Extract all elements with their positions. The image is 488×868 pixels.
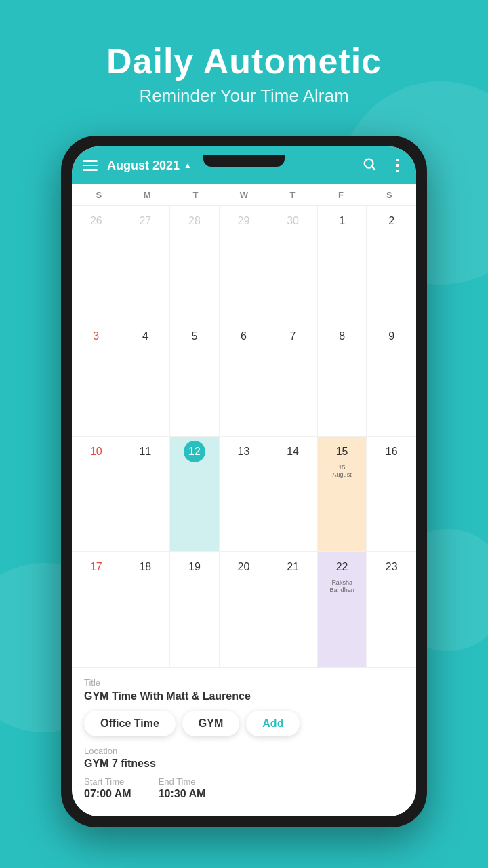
table-row[interactable]: 23 xyxy=(367,552,416,667)
table-row[interactable]: 26 xyxy=(72,206,121,321)
app-title: Daily Autometic xyxy=(0,41,488,81)
header-right: ⋮ xyxy=(362,156,405,175)
day-tue: T xyxy=(171,190,220,200)
table-row[interactable]: 8 xyxy=(318,321,367,437)
table-row[interactable]: 2 xyxy=(367,206,416,321)
menu-button[interactable] xyxy=(83,160,98,171)
add-chip[interactable]: Add xyxy=(246,711,300,736)
table-row[interactable]: 15 15August xyxy=(318,437,367,552)
day-sun: S xyxy=(75,190,123,200)
location-label: Location xyxy=(84,746,404,756)
table-row[interactable]: 11 xyxy=(121,437,171,552)
end-time-value: 10:30 AM xyxy=(159,788,206,800)
day-headers: S M T W T F S xyxy=(72,184,416,206)
start-time-value: 07:00 AM xyxy=(84,788,131,800)
table-row[interactable]: 1 xyxy=(318,206,367,321)
day-wed: W xyxy=(220,190,268,200)
month-text: August 2021 xyxy=(107,159,180,173)
table-row[interactable]: 10 xyxy=(72,437,121,552)
location-value: GYM 7 fitness xyxy=(84,757,404,770)
table-row[interactable]: 18 xyxy=(121,552,171,667)
day-sat: S xyxy=(365,190,413,200)
search-button[interactable] xyxy=(362,157,377,175)
day-thu: T xyxy=(268,190,317,200)
day-fri: F xyxy=(317,190,365,200)
end-time-row: End Time 10:30 AM xyxy=(159,776,206,800)
phone-screen: August 2021 ▲ ⋮ S M T W T F S xyxy=(72,146,416,816)
phone-notch xyxy=(203,155,285,167)
time-row: Start Time 07:00 AM End Time 10:30 AM xyxy=(84,776,404,807)
table-row[interactable]: 19 xyxy=(170,552,220,667)
svg-line-1 xyxy=(372,167,375,170)
header-left: August 2021 ▲ xyxy=(83,159,192,173)
month-label[interactable]: August 2021 ▲ xyxy=(107,159,192,173)
table-row[interactable]: 6 xyxy=(220,321,269,437)
month-arrow-icon: ▲ xyxy=(184,161,192,170)
phone-mockup: August 2021 ▲ ⋮ S M T W T F S xyxy=(61,136,427,827)
office-time-chip[interactable]: Office Time xyxy=(84,711,176,736)
table-row[interactable]: 16 xyxy=(367,437,416,552)
location-row: Location GYM 7 fitness xyxy=(84,746,404,770)
start-time-row: Start Time 07:00 AM xyxy=(84,776,131,800)
end-time-label: End Time xyxy=(159,776,206,787)
table-row[interactable]: 20 xyxy=(220,552,269,667)
table-row[interactable]: 17 xyxy=(72,552,121,667)
gym-chip[interactable]: GYM xyxy=(182,711,239,736)
table-row[interactable]: 9 xyxy=(367,321,416,437)
table-row[interactable]: 22 RakshaBandhan xyxy=(318,552,367,667)
table-row[interactable]: 4 xyxy=(121,321,171,437)
app-subtitle: Reminder Your Time Alram xyxy=(0,85,488,106)
app-header: Daily Autometic Reminder Your Time Alram xyxy=(0,0,488,127)
table-row[interactable]: 28 xyxy=(170,206,220,321)
table-row[interactable]: 14 xyxy=(268,437,318,552)
day-mon: M xyxy=(123,190,171,200)
table-row[interactable]: 30 xyxy=(268,206,318,321)
table-row[interactable]: 12 xyxy=(170,437,220,552)
category-chips: Office Time GYM Add xyxy=(84,711,404,736)
event-detail-panel: Title GYM Time With Matt & Laurence Offi… xyxy=(72,667,416,816)
more-options-button[interactable]: ⋮ xyxy=(389,156,405,175)
table-row[interactable]: 13 xyxy=(220,437,269,552)
table-row[interactable]: 21 xyxy=(268,552,318,667)
table-row[interactable]: 3 xyxy=(72,321,121,437)
table-row[interactable]: 29 xyxy=(220,206,269,321)
table-row[interactable]: 27 xyxy=(121,206,171,321)
event-title: GYM Time With Matt & Laurence xyxy=(84,690,404,703)
title-label: Title xyxy=(84,677,404,688)
table-row[interactable]: 5 xyxy=(170,321,220,437)
calendar-grid: 26 27 28 29 30 1 2 3 4 5 6 7 8 9 10 11 1… xyxy=(72,206,416,667)
table-row[interactable]: 7 xyxy=(268,321,318,437)
start-time-label: Start Time xyxy=(84,776,131,787)
